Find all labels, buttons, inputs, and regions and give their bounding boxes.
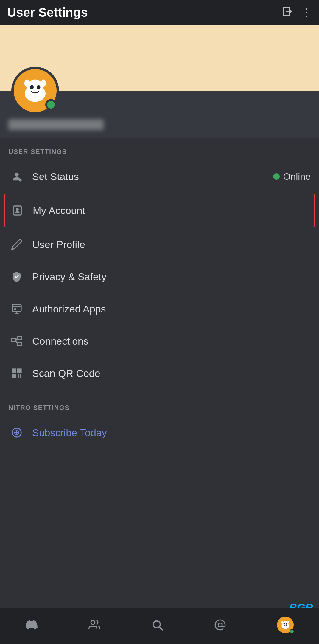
subscribe-label: Subscribe Today (32, 427, 107, 439)
svg-rect-27 (13, 375, 15, 377)
svg-point-42 (281, 621, 283, 624)
scan-qr-icon (8, 365, 25, 382)
bottom-nav-discord[interactable] (20, 617, 43, 633)
svg-rect-19 (18, 343, 21, 346)
svg-point-11 (16, 208, 19, 211)
page-title: User Settings (7, 5, 88, 20)
svg-point-35 (153, 621, 160, 628)
privacy-safety-icon (8, 268, 25, 285)
avatar-container (11, 67, 59, 114)
svg-rect-25 (18, 369, 21, 372)
menu-item-my-account[interactable]: My Account (4, 194, 315, 227)
svg-point-7 (41, 80, 46, 87)
svg-point-8 (15, 173, 18, 177)
menu-item-authorized-apps[interactable]: Authorized Apps (0, 293, 319, 325)
status-indicator (45, 99, 57, 110)
online-dot (273, 173, 280, 180)
my-account-icon (9, 202, 26, 219)
nav-avatar (277, 617, 294, 633)
svg-rect-29 (20, 374, 21, 376)
svg-point-6 (24, 80, 30, 87)
svg-rect-30 (18, 376, 19, 378)
username-blurred (8, 119, 104, 130)
svg-point-4 (30, 85, 34, 89)
bottom-nav-search[interactable] (145, 617, 169, 633)
section-nitro-settings: NITRO SETTINGS Subscribe Today (0, 394, 319, 449)
svg-rect-28 (18, 374, 19, 376)
connections-label: Connections (32, 335, 88, 347)
svg-rect-23 (13, 369, 15, 372)
menu-item-user-profile[interactable]: User Profile (0, 228, 319, 261)
my-account-label: My Account (33, 205, 85, 216)
svg-point-40 (283, 623, 285, 624)
svg-point-34 (91, 620, 95, 624)
bottom-nav-profile[interactable] (271, 614, 300, 636)
user-profile-icon (8, 236, 25, 253)
section-header-user-settings: USER SETTINGS (0, 138, 319, 160)
online-label: Online (283, 171, 311, 182)
svg-rect-31 (20, 376, 21, 378)
more-icon[interactable]: ⋮ (301, 6, 312, 19)
set-status-label: Set Status (32, 171, 79, 182)
connections-icon (8, 333, 25, 349)
bottom-nav-friends[interactable] (83, 617, 106, 633)
svg-point-39 (282, 621, 288, 626)
svg-line-21 (16, 340, 18, 344)
section-header-nitro: NITRO SETTINGS (0, 394, 319, 417)
svg-point-3 (27, 80, 43, 95)
logout-icon[interactable] (282, 6, 293, 19)
header-actions: ⋮ (282, 6, 312, 19)
svg-point-9 (19, 179, 22, 182)
menu-item-set-status[interactable]: Set Status Online (0, 160, 319, 193)
svg-line-36 (160, 627, 162, 630)
menu-item-privacy-safety[interactable]: Privacy & Safety (0, 261, 319, 293)
section-divider (8, 392, 311, 392)
status-right: Online (273, 171, 311, 182)
set-status-icon (8, 168, 25, 185)
profile-section (0, 91, 319, 138)
svg-line-20 (16, 338, 18, 340)
user-profile-label: User Profile (32, 239, 85, 250)
header: User Settings ⋮ (0, 0, 319, 25)
bottom-navigation (0, 608, 319, 644)
privacy-safety-label: Privacy & Safety (32, 271, 106, 283)
authorized-apps-label: Authorized Apps (32, 303, 106, 315)
svg-rect-18 (18, 337, 21, 340)
svg-point-41 (286, 623, 287, 624)
menu-item-connections[interactable]: Connections (0, 325, 319, 357)
svg-point-37 (218, 623, 222, 627)
section-user-settings: USER SETTINGS Set Status Online My Accou… (0, 138, 319, 389)
nav-status-dot (290, 629, 294, 634)
svg-point-5 (37, 85, 41, 89)
nitro-icon (8, 424, 25, 441)
svg-rect-17 (12, 339, 15, 342)
menu-item-subscribe[interactable]: Subscribe Today (0, 417, 319, 449)
svg-point-43 (287, 621, 289, 624)
bottom-nav-mentions[interactable] (208, 617, 232, 633)
menu-item-scan-qr[interactable]: Scan QR Code (0, 357, 319, 389)
svg-rect-12 (12, 304, 21, 311)
svg-rect-16 (14, 308, 16, 310)
scan-qr-label: Scan QR Code (32, 368, 100, 379)
authorized-apps-icon (8, 301, 25, 317)
